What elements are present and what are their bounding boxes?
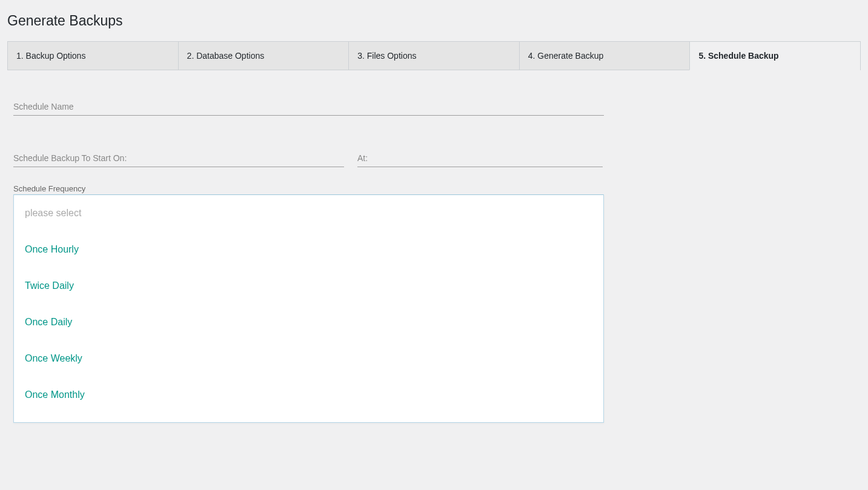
tab-backup-options[interactable]: 1. Backup Options [7,42,178,70]
frequency-dropdown[interactable]: please select Once Hourly Twice Daily On… [13,194,604,423]
frequency-option-once-hourly[interactable]: Once Hourly [14,231,603,268]
frequency-option-once-daily[interactable]: Once Daily [14,304,603,340]
tabs-row: 1. Backup Options 2. Database Options 3.… [7,41,861,70]
frequency-option-once-weekly[interactable]: Once Weekly [14,340,603,377]
tab-generate-backup[interactable]: 4. Generate Backup [519,42,690,70]
start-on-input[interactable] [13,151,344,167]
at-input[interactable] [357,151,603,167]
frequency-placeholder: please select [14,195,603,231]
frequency-label: Schedule Frequency [13,184,855,193]
tab-schedule-backup[interactable]: 5. Schedule Backup [689,42,860,70]
frequency-option-twice-daily[interactable]: Twice Daily [14,268,603,304]
schedule-name-input[interactable] [13,99,604,116]
tab-database-options[interactable]: 2. Database Options [178,42,349,70]
tab-files-options[interactable]: 3. Files Options [348,42,519,70]
page-title: Generate Backups [7,7,861,31]
frequency-option-once-monthly[interactable]: Once Monthly [14,377,603,413]
